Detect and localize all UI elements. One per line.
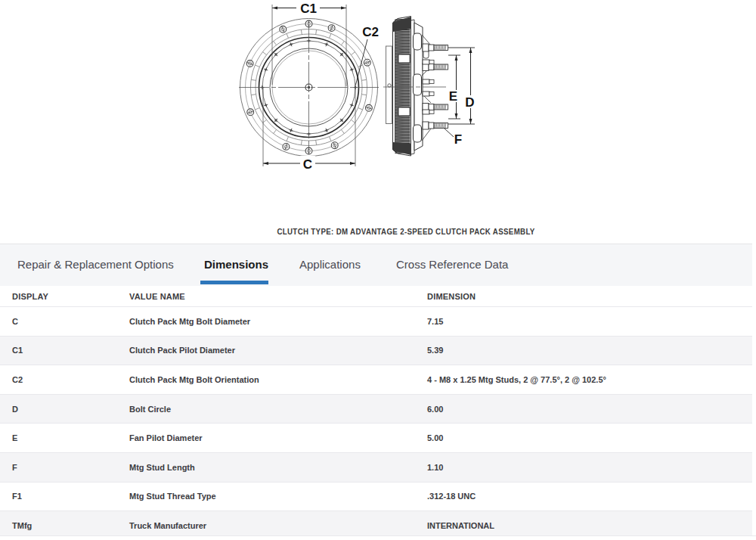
svg-text:C1: C1 bbox=[300, 2, 317, 16]
svg-text:F: F bbox=[454, 132, 462, 147]
svg-text:D: D bbox=[465, 95, 474, 110]
svg-text:C2: C2 bbox=[362, 25, 379, 39]
svg-text:E: E bbox=[449, 89, 457, 104]
svg-text:C: C bbox=[303, 157, 312, 172]
